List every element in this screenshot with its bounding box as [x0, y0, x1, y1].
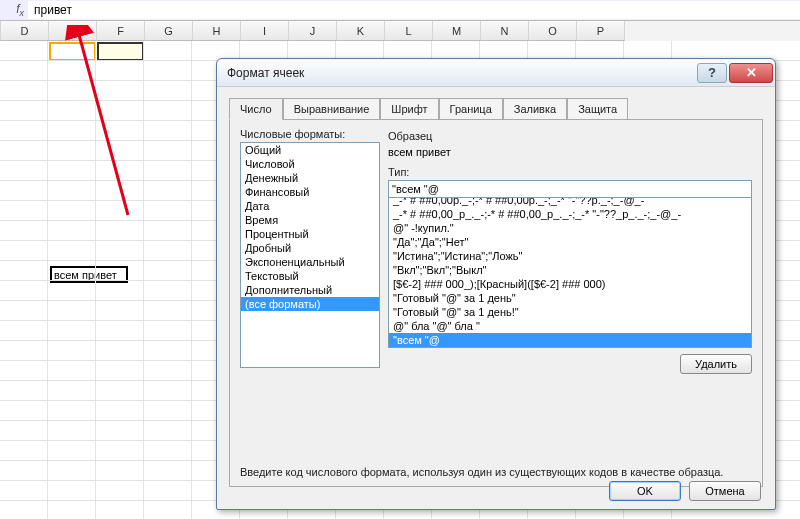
format-item[interactable]: _-* # ##0,00_р_._-;-* # ##0,00_р_._-;_-*…	[389, 207, 751, 221]
sample-label: Образец	[388, 130, 752, 142]
category-item[interactable]: Числовой	[241, 157, 379, 171]
delete-button[interactable]: Удалить	[680, 354, 752, 374]
format-item[interactable]: _-* # ##0,00р._-;-* # ##0,00р._-;_-* "-"…	[389, 198, 751, 207]
tab-0[interactable]: Число	[229, 98, 283, 120]
category-item[interactable]: Процентный	[241, 227, 379, 241]
format-item[interactable]: "Истина";"Истина";"Ложь"	[389, 249, 751, 263]
column-header-N[interactable]: N	[481, 21, 529, 41]
category-item[interactable]: (все форматы)	[241, 297, 379, 311]
cancel-button[interactable]: Отмена	[689, 481, 761, 501]
category-item[interactable]: Время	[241, 213, 379, 227]
column-header-G[interactable]: G	[145, 21, 193, 41]
column-header-D[interactable]: D	[1, 21, 49, 41]
category-item[interactable]: Текстовый	[241, 269, 379, 283]
category-item[interactable]: Дробный	[241, 241, 379, 255]
column-header-E[interactable]: E	[49, 21, 97, 41]
format-item[interactable]: [$€-2] ### 000_);[Красный]([$€-2] ### 00…	[389, 277, 751, 291]
dialog-tabs: ЧислоВыравниваниеШрифтГраницаЗаливкаЗащи…	[217, 87, 775, 119]
column-header-F[interactable]: F	[97, 21, 145, 41]
category-item[interactable]: Финансовый	[241, 185, 379, 199]
ok-button[interactable]: OK	[609, 481, 681, 501]
column-header-L[interactable]: L	[385, 21, 433, 41]
category-item[interactable]: Экспоненциальный	[241, 255, 379, 269]
category-item[interactable]: Дополнительный	[241, 283, 379, 297]
dialog-title: Формат ячеек	[227, 66, 695, 80]
tab-5[interactable]: Защита	[567, 98, 628, 120]
column-header-M[interactable]: M	[433, 21, 481, 41]
column-header-K[interactable]: K	[337, 21, 385, 41]
fx-icon[interactable]	[0, 2, 28, 18]
category-item[interactable]: Общий	[241, 143, 379, 157]
format-item[interactable]: "Вкл";"Вкл";"Выкл"	[389, 263, 751, 277]
format-item[interactable]: "Готовый "@" за 1 день"	[389, 291, 751, 305]
format-item[interactable]: "всем "@	[389, 333, 751, 347]
type-input[interactable]	[388, 180, 752, 198]
column-header-P[interactable]: P	[577, 21, 625, 41]
categories-label: Числовые форматы:	[240, 128, 380, 140]
sample-value: всем привет	[388, 146, 752, 158]
tab-3[interactable]: Граница	[439, 98, 503, 120]
formats-list[interactable]: _-* # ##0,00р._-;-* # ##0,00р._-;_-* "-"…	[388, 198, 752, 348]
format-item[interactable]: @" бла "@" бла "	[389, 319, 751, 333]
formula-bar	[0, 0, 800, 21]
format-cells-dialog: Формат ячеек ? ✕ ЧислоВыравниваниеШрифтГ…	[216, 58, 776, 510]
tab-2[interactable]: Шрифт	[380, 98, 438, 120]
column-header-O[interactable]: O	[529, 21, 577, 41]
column-header-J[interactable]: J	[289, 21, 337, 41]
tab-4[interactable]: Заливка	[503, 98, 567, 120]
dialog-titlebar[interactable]: Формат ячеек ? ✕	[217, 59, 775, 87]
format-item[interactable]: @" -!купил."	[389, 221, 751, 235]
category-item[interactable]: Денежный	[241, 171, 379, 185]
column-header-I[interactable]: I	[241, 21, 289, 41]
column-header-H[interactable]: H	[193, 21, 241, 41]
format-item[interactable]: "Готовый "@" за 1 день!"	[389, 305, 751, 319]
close-button[interactable]: ✕	[729, 63, 773, 83]
categories-list[interactable]: ОбщийЧисловойДенежныйФинансовыйДатаВремя…	[240, 142, 380, 368]
tab-1[interactable]: Выравнивание	[283, 98, 381, 120]
category-item[interactable]: Дата	[241, 199, 379, 213]
type-label: Тип:	[388, 166, 752, 178]
hint-text: Введите код числового формата, используя…	[240, 466, 723, 478]
help-button[interactable]: ?	[697, 63, 727, 83]
column-headers: DEFGHIJKLMNOP	[0, 21, 800, 41]
formula-input[interactable]	[28, 1, 800, 19]
format-item[interactable]: "Да";"Да";"Нет"	[389, 235, 751, 249]
